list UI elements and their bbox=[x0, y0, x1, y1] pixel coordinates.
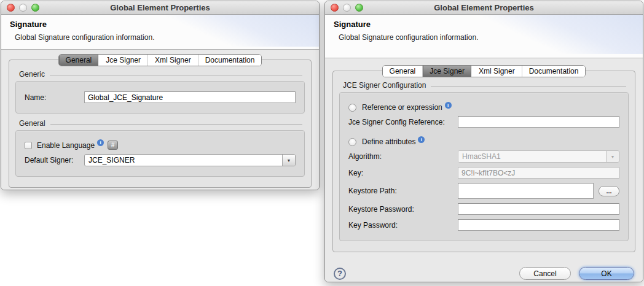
key-row: Key: 9C!i~kfIt7BO<zJ bbox=[348, 167, 619, 179]
chevron-down-icon[interactable]: ▼ bbox=[606, 151, 619, 162]
help-icon[interactable]: ? bbox=[334, 268, 346, 280]
keystore-path-row: Keystore Path: ... bbox=[348, 183, 619, 199]
default-signer-value: JCE_SIGNER bbox=[85, 155, 282, 166]
expression-icon[interactable]: # bbox=[108, 141, 118, 150]
page-subtitle: Global Signature configuration informati… bbox=[10, 33, 310, 42]
group-generic-header: Generic bbox=[15, 70, 305, 81]
page-subtitle: Global Signature configuration informati… bbox=[334, 33, 634, 42]
algorithm-value: HmacSHA1 bbox=[458, 151, 606, 162]
dialog-footer: ? Cancel OK bbox=[9, 188, 312, 190]
name-label: Name: bbox=[25, 93, 84, 102]
default-signer-row: Default Signer: JCE_SIGNER ▼ bbox=[25, 154, 296, 166]
page-title: Signature bbox=[334, 20, 634, 29]
keystore-password-label: Keystore Password: bbox=[348, 205, 458, 214]
close-button[interactable] bbox=[331, 4, 339, 12]
group-jce-header: JCE Signer Configuration bbox=[339, 81, 629, 92]
tab-documentation[interactable]: Documentation bbox=[198, 55, 262, 66]
algorithm-dropdown[interactable]: HmacSHA1 ▼ bbox=[458, 150, 619, 163]
enable-language-label: Enable Language bbox=[37, 141, 95, 150]
window-controls bbox=[7, 4, 39, 12]
config-reference-row: Jce Signer Config Reference: bbox=[348, 116, 619, 128]
tab-jce-signer[interactable]: Jce Signer bbox=[98, 55, 147, 66]
zoom-button[interactable] bbox=[355, 4, 363, 12]
config-reference-input[interactable] bbox=[458, 116, 619, 128]
window-title: Global Element Properties bbox=[110, 3, 210, 12]
key-label: Key: bbox=[348, 169, 458, 177]
browse-button[interactable]: ... bbox=[599, 186, 619, 196]
key-password-label: Key Password: bbox=[348, 221, 458, 230]
dialog-global-element-properties-general: Global Element Properties Signature Glob… bbox=[1, 1, 320, 190]
info-icon[interactable]: i bbox=[418, 136, 425, 143]
tab-panel-general: Generic Name: Global_JCE_Signature Gener… bbox=[9, 60, 312, 188]
dialog-body: General Jce Signer Xml Signer Documentat… bbox=[325, 58, 643, 282]
dialog-global-element-properties-jce-signer: Global Element Properties Signature Glob… bbox=[324, 1, 643, 282]
group-label: JCE Signer Configuration bbox=[343, 81, 426, 90]
key-password-row: Key Password: bbox=[348, 219, 619, 231]
info-icon[interactable]: i bbox=[97, 139, 104, 146]
keystore-password-input[interactable] bbox=[458, 203, 619, 215]
enable-language-checkbox[interactable] bbox=[25, 142, 32, 149]
algorithm-row: Algorithm: HmacSHA1 ▼ bbox=[348, 150, 619, 163]
dialog-header: Signature Global Signature configuration… bbox=[1, 15, 319, 49]
page-title: Signature bbox=[10, 20, 310, 29]
tab-jce-signer[interactable]: Jce Signer bbox=[422, 66, 471, 77]
reference-or-expression-radio[interactable] bbox=[348, 104, 356, 112]
dialog-footer: ? Cancel OK bbox=[332, 252, 635, 282]
minimize-button[interactable] bbox=[343, 4, 351, 12]
titlebar[interactable]: Global Element Properties bbox=[325, 1, 643, 15]
group-label: General bbox=[19, 119, 45, 128]
group-divider bbox=[50, 75, 302, 75]
group-generic: Name: Global_JCE_Signature bbox=[15, 81, 305, 114]
desktop: Global Element Properties Signature Glob… bbox=[0, 0, 644, 286]
tab-panel-jce-signer: JCE Signer Configuration Reference or ex… bbox=[332, 71, 635, 252]
window-controls bbox=[331, 4, 363, 12]
tab-general[interactable]: General bbox=[59, 55, 99, 66]
reference-radio-label: Reference or expression bbox=[362, 103, 442, 112]
key-password-input[interactable] bbox=[458, 219, 619, 231]
reference-radio-row: Reference or expression i bbox=[348, 103, 619, 112]
group-label: Generic bbox=[19, 70, 45, 79]
group-general-header: General bbox=[15, 119, 305, 130]
dialog-header: Signature Global Signature configuration… bbox=[325, 15, 643, 58]
zoom-button[interactable] bbox=[31, 4, 39, 12]
keystore-path-input[interactable] bbox=[458, 183, 594, 199]
group-jce-signer-configuration: Reference or expression i Jce Signer Con… bbox=[339, 92, 629, 241]
default-signer-label: Default Signer: bbox=[25, 156, 84, 164]
default-signer-dropdown[interactable]: JCE_SIGNER ▼ bbox=[84, 154, 296, 166]
tab-general[interactable]: General bbox=[383, 66, 423, 77]
group-divider bbox=[431, 86, 626, 87]
tab-xml-signer[interactable]: Xml Signer bbox=[471, 66, 522, 77]
tab-xml-signer[interactable]: Xml Signer bbox=[147, 55, 198, 66]
keystore-path-label: Keystore Path: bbox=[348, 187, 458, 195]
key-input[interactable]: 9C!i~kfIt7BO<zJ bbox=[458, 167, 619, 179]
titlebar[interactable]: Global Element Properties bbox=[1, 1, 319, 15]
minimize-button[interactable] bbox=[19, 4, 27, 12]
enable-language-row: Enable Language i # bbox=[25, 141, 296, 150]
info-icon[interactable]: i bbox=[445, 102, 452, 109]
keystore-password-row: Keystore Password: bbox=[348, 203, 619, 215]
group-general: Enable Language i # Default Signer: JCE_… bbox=[15, 130, 305, 177]
tab-bar: General Jce Signer Xml Signer Documentat… bbox=[58, 54, 262, 66]
window-title: Global Element Properties bbox=[434, 3, 534, 12]
close-button[interactable] bbox=[7, 4, 15, 12]
define-attributes-label: Define attributes bbox=[362, 137, 415, 146]
tab-bar: General Jce Signer Xml Signer Documentat… bbox=[382, 65, 586, 77]
name-input[interactable]: Global_JCE_Signature bbox=[84, 91, 296, 103]
ok-button[interactable]: OK bbox=[579, 267, 634, 280]
define-attributes-radio-row: Define attributes i bbox=[348, 137, 619, 146]
tab-documentation[interactable]: Documentation bbox=[522, 66, 586, 77]
config-reference-label: Jce Signer Config Reference: bbox=[348, 118, 458, 126]
dialog-body: General Jce Signer Xml Signer Documentat… bbox=[1, 49, 319, 190]
define-attributes-radio[interactable] bbox=[348, 138, 356, 146]
chevron-down-icon[interactable]: ▼ bbox=[282, 155, 295, 166]
algorithm-label: Algorithm: bbox=[348, 152, 458, 161]
group-divider bbox=[50, 124, 302, 125]
cancel-button[interactable]: Cancel bbox=[519, 267, 571, 280]
name-row: Name: Global_JCE_Signature bbox=[25, 91, 296, 103]
